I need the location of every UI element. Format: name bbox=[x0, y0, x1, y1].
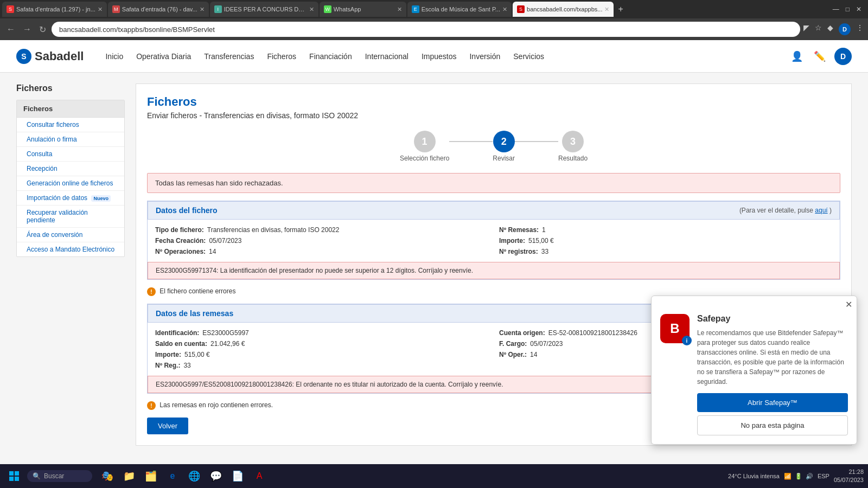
safepay-popup: ✕ B i Safepay Le recomendamos que use Bi… bbox=[651, 296, 857, 445]
fichero-row-2: Nº Remesas: 1 bbox=[499, 226, 832, 234]
extensions-icon[interactable]: ◆ bbox=[827, 23, 833, 35]
tab-1[interactable]: S Safata d'entrada (1.297) - jn... ✕ bbox=[2, 2, 107, 17]
safepay-dismiss-button[interactable]: No para esta página bbox=[697, 415, 848, 435]
tab-1-close[interactable]: ✕ bbox=[98, 6, 103, 13]
nav-menu: Inicio Operativa Diaria Transferencias F… bbox=[105, 52, 773, 61]
new-badge: Nuevo bbox=[91, 195, 111, 202]
address-input[interactable] bbox=[52, 22, 800, 37]
fichero-row-4: Importe: 515,00 € bbox=[499, 237, 832, 245]
sidebar-recepcion[interactable]: Recepción bbox=[17, 162, 124, 176]
logo-icon: S bbox=[16, 49, 31, 64]
tab-4-close[interactable]: ✕ bbox=[397, 6, 402, 13]
remesa-value-1: ES23000G5997 bbox=[202, 329, 248, 337]
safepay-text: Le recomendamos que use Bitdefender Safe… bbox=[697, 328, 848, 387]
step-1-circle: 1 bbox=[414, 131, 436, 152]
browser-chrome: S Safata d'entrada (1.297) - jn... ✕ M S… bbox=[0, 0, 868, 40]
nav-inversion[interactable]: Inversión bbox=[469, 52, 500, 61]
section1-title: Datos del fichero bbox=[156, 206, 218, 215]
fichero-value-2: 1 bbox=[542, 226, 546, 234]
sidebar-generacion-online[interactable]: Generación online de ficheros bbox=[17, 176, 124, 191]
safepay-body: B i Safepay Le recomendamos que use Bitd… bbox=[652, 310, 857, 444]
datos-fichero-section: Datos del fichero (Para ver el detalle, … bbox=[147, 201, 840, 280]
back-button[interactable]: ← bbox=[4, 23, 17, 35]
sidebar-area-conversion[interactable]: Área de conversión bbox=[17, 228, 124, 242]
nav-transferencias[interactable]: Transferencias bbox=[204, 52, 254, 61]
user-icon[interactable]: 👤 bbox=[789, 48, 805, 65]
sidebar-consultar-ficheros[interactable]: Consultar ficheros bbox=[17, 118, 124, 132]
tab-5-close[interactable]: ✕ bbox=[502, 6, 507, 13]
section1-header: Datos del fichero (Para ver el detalle, … bbox=[148, 201, 840, 220]
new-tab-button[interactable]: + bbox=[615, 4, 626, 14]
step-2-wrapper: 2 Revisar bbox=[493, 131, 515, 162]
nav-operativa-diaria[interactable]: Operativa Diaria bbox=[136, 52, 191, 61]
sidebar-importacion-datos[interactable]: Importación de datos Nuevo bbox=[17, 191, 124, 206]
fichero-label-5: Nº Operaciones: bbox=[155, 248, 206, 255]
tab-5-title: Escola de Música de Sant P... bbox=[422, 6, 500, 12]
window-controls: — □ ✕ bbox=[833, 5, 866, 13]
remesa-saldo-label: Saldo en cuenta: bbox=[155, 340, 207, 348]
safepay-icon: B i bbox=[660, 314, 690, 343]
error-row-1: ES23000G59971374: La identificación del … bbox=[148, 262, 840, 279]
minimize-button[interactable]: — bbox=[833, 5, 839, 13]
nav-financiacion[interactable]: Financiación bbox=[309, 52, 352, 61]
maximize-button[interactable]: □ bbox=[846, 5, 850, 13]
tab-2-close[interactable]: ✕ bbox=[200, 6, 205, 13]
remesa-row-7: Nº Reg.: 33 bbox=[155, 362, 488, 369]
tab-3-close[interactable]: ✕ bbox=[309, 6, 314, 13]
menu-icon[interactable]: ⋮ bbox=[856, 23, 864, 35]
user-avatar[interactable]: D bbox=[834, 48, 852, 65]
nav-servicios[interactable]: Servicios bbox=[513, 52, 544, 61]
edit-icon[interactable]: ✏️ bbox=[812, 48, 828, 65]
remesa-row-5: Importe: 515,00 € bbox=[155, 351, 488, 358]
profile-icon[interactable]: D bbox=[839, 23, 851, 35]
tab-6-close[interactable]: ✕ bbox=[604, 6, 609, 13]
safepay-open-button[interactable]: Abrir Safepay™ bbox=[697, 393, 848, 412]
tab-5[interactable]: E Escola de Música de Sant P... ✕ bbox=[407, 2, 512, 17]
page-subtitle: Enviar ficheros - Transferencias en divi… bbox=[147, 111, 840, 120]
forward-button[interactable]: → bbox=[21, 23, 34, 35]
nav-impuestos[interactable]: Impuestos bbox=[422, 52, 457, 61]
sidebar-section-header: Ficheros bbox=[17, 100, 124, 118]
tab-6-favicon: S bbox=[517, 5, 525, 13]
safepay-header: ✕ bbox=[652, 296, 857, 310]
sidebar-acceso-mandato[interactable]: Acceso a Mandato Electrónico bbox=[17, 242, 124, 256]
tab-1-title: Safata d'entrada (1.297) - jn... bbox=[16, 6, 95, 12]
nav-inicio[interactable]: Inicio bbox=[105, 52, 123, 61]
sidebar-anulacion-firma[interactable]: Anulación o firma bbox=[17, 132, 124, 147]
tab-2-title: Safata d'entrada (76) - dav... bbox=[122, 6, 197, 12]
logo[interactable]: S Sabadell bbox=[16, 49, 84, 64]
cast-icon: ◤ bbox=[803, 23, 809, 35]
site-header: S Sabadell Inicio Operativa Diaria Trans… bbox=[0, 40, 868, 73]
steps-container: 1 Selección fichero 2 Revisar 3 Resul bbox=[147, 131, 840, 162]
tab-2[interactable]: M Safata d'entrada (76) - dav... ✕ bbox=[108, 2, 209, 17]
reload-button[interactable]: ↻ bbox=[37, 23, 48, 36]
nav-internacional[interactable]: Internacional bbox=[365, 52, 409, 61]
tab-3-title: IDEES PER A CONCURS DE... bbox=[224, 6, 307, 12]
tab-4-title: WhatsApp bbox=[334, 6, 395, 12]
remesa-value-4: 05/07/2023 bbox=[530, 340, 563, 348]
tab-6[interactable]: S bancsabadell.com/txappbs... ✕ bbox=[513, 2, 614, 17]
bookmark-icon[interactable]: ☆ bbox=[815, 23, 822, 35]
section1-hint-link[interactable]: aquí bbox=[815, 207, 827, 214]
fichero-label-4: Importe: bbox=[499, 237, 525, 245]
warning-icon-1: ! bbox=[147, 287, 156, 296]
step-2-label: Revisar bbox=[493, 155, 515, 162]
close-window-button[interactable]: ✕ bbox=[856, 5, 861, 13]
safepay-close-button[interactable]: ✕ bbox=[845, 299, 852, 310]
sidebar-recuperar-validacion[interactable]: Recuperar validación pendiente bbox=[17, 206, 124, 228]
tab-4[interactable]: W WhatsApp ✕ bbox=[320, 2, 406, 17]
remesa-row-1: Identificación: ES23000G5997 bbox=[155, 329, 488, 337]
logo-text: Sabadell bbox=[35, 49, 84, 63]
volver-button[interactable]: Volver bbox=[147, 418, 188, 434]
sidebar-consulta[interactable]: Consulta bbox=[17, 147, 124, 162]
remesa-label-2: Cuenta origen: bbox=[499, 329, 545, 337]
tab-3-favicon: I bbox=[214, 5, 222, 13]
remesa-label-6: Nº Oper.: bbox=[499, 351, 527, 358]
step-1-wrapper: 1 Selección fichero bbox=[400, 131, 449, 162]
tab-3[interactable]: I IDEES PER A CONCURS DE... ✕ bbox=[210, 2, 318, 17]
remesa-saldo-value: 21.042,96 € bbox=[210, 340, 245, 348]
safepay-title: Safepay bbox=[697, 314, 848, 324]
nav-ficheros[interactable]: Ficheros bbox=[267, 52, 296, 61]
step-1-label: Selección fichero bbox=[400, 155, 449, 162]
remesa-label-5: Importe: bbox=[155, 351, 181, 358]
